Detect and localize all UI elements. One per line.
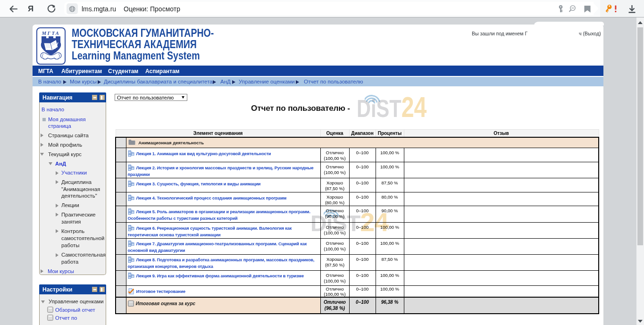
svg-text:МГТА: МГТА: [42, 31, 60, 36]
